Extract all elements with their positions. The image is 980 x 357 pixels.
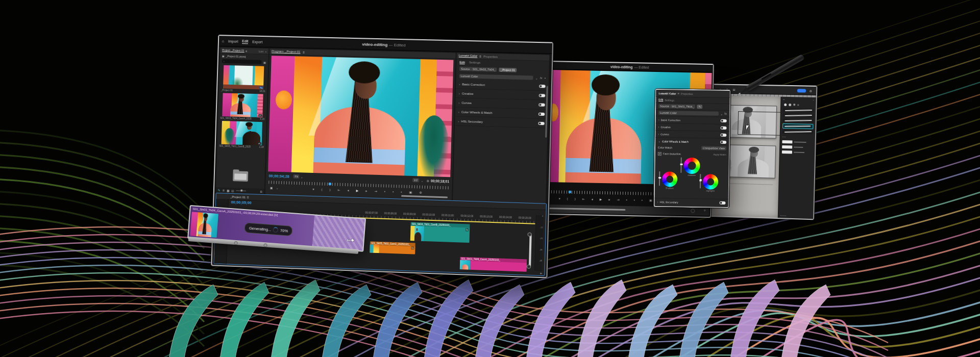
- timeline-clip-teal[interactable]: S01_Sh04_Tk01_CamB_20250103_ fx: [410, 222, 470, 243]
- brush-preset-selected[interactable]: [782, 123, 813, 129]
- add-marker-icon[interactable]: ▾: [559, 196, 560, 200]
- chevron-right-icon[interactable]: ›: [458, 110, 459, 113]
- v-scrollbar[interactable]: [529, 234, 532, 267]
- toggle-hsl-secondary[interactable]: [538, 121, 544, 124]
- zoom-fit-dropdown[interactable]: Fit: [293, 174, 300, 178]
- menu-edit[interactable]: Edit: [242, 39, 248, 44]
- midtones-slider[interactable]: [680, 158, 681, 173]
- tab-lumetri-color[interactable]: Lumetri Color: [658, 92, 676, 95]
- home-icon[interactable]: ⌂: [222, 39, 224, 43]
- playhead-marker[interactable]: [329, 183, 331, 185]
- comparison-icon[interactable]: ▣: [409, 190, 412, 194]
- zoom-slider[interactable]: [236, 190, 246, 191]
- section-color-wheels[interactable]: Color Wheels & Match: [662, 140, 719, 144]
- comparison-icon[interactable]: ▣: [649, 198, 652, 202]
- add-track-button[interactable]: +: [703, 208, 706, 213]
- subtab-settings[interactable]: Settings: [469, 61, 480, 64]
- snapshot-icon[interactable]: ▪: [545, 76, 546, 80]
- tab-project[interactable]: Project: _Project 01: [222, 48, 244, 53]
- share-button[interactable]: [797, 89, 805, 92]
- section-curves[interactable]: Curves: [660, 133, 719, 137]
- step-forward-icon[interactable]: ▸: [365, 189, 367, 192]
- scroll-handle[interactable]: [691, 209, 695, 213]
- brush-preset[interactable]: [783, 108, 814, 113]
- go-to-out-icon[interactable]: ⇥: [617, 198, 619, 201]
- add-track-button[interactable]: +: [540, 271, 542, 276]
- project-item[interactable]: Sq _Project 01 18;01: [219, 65, 268, 93]
- apply-match-button[interactable]: Apply Match: [714, 153, 726, 156]
- chevron-right-icon[interactable]: ›: [657, 200, 658, 203]
- settings-icon[interactable]: ⚙: [810, 89, 813, 92]
- settings-icon[interactable]: ⚙: [419, 191, 422, 194]
- subtab-edit[interactable]: Edit: [459, 60, 465, 64]
- project-item[interactable]: 4K S01_Sh06_Tk01_CamB_20250103_ 1;18: [217, 121, 266, 149]
- tab-overflow[interactable]: Lum: [259, 49, 264, 53]
- section-hsl-secondary[interactable]: HSL Secondary: [659, 200, 718, 205]
- chevron-down-icon[interactable]: ⌄: [658, 139, 660, 143]
- chevron-down-icon[interactable]: ⌄: [421, 178, 423, 182]
- section-creative[interactable]: Creative: [661, 125, 719, 130]
- playback-resolution-dropdown[interactable]: 1/2: [412, 178, 419, 182]
- toggle-color-wheels[interactable]: [538, 112, 545, 115]
- program-timecode[interactable]: 00;00;04;28: [269, 174, 289, 178]
- export-frame-icon[interactable]: ▪: [401, 190, 402, 193]
- lift-icon[interactable]: ▪: [626, 198, 627, 201]
- chevron-right-icon[interactable]: ›: [658, 133, 659, 136]
- wrench-icon[interactable]: ⚙: [426, 178, 429, 182]
- step-back-icon[interactable]: ◂: [592, 197, 593, 201]
- marquee-selection[interactable]: [738, 111, 781, 136]
- layer-row[interactable]: [780, 149, 815, 156]
- panel-menu-icon[interactable]: ≡: [479, 55, 481, 58]
- tab-properties[interactable]: Properties: [681, 92, 693, 95]
- chevron-down-icon[interactable]: ⌄: [720, 112, 723, 115]
- section-hsl-secondary[interactable]: HSL Secondary: [461, 119, 536, 124]
- panel-menu-icon[interactable]: ≡: [247, 195, 249, 198]
- shadows-wheel[interactable]: [662, 171, 677, 187]
- grid-view-icon[interactable]: ▦: [227, 189, 229, 192]
- toggle-creative[interactable]: [721, 126, 727, 129]
- section-basic-correction[interactable]: Basic Correction: [661, 118, 719, 122]
- shadows-slider[interactable]: [659, 171, 660, 186]
- lift-icon[interactable]: ▪: [384, 190, 385, 193]
- chevron-right-icon[interactable]: ›: [658, 118, 659, 121]
- mark-in-icon[interactable]: {: [567, 197, 568, 200]
- export-frame-icon[interactable]: ▪: [642, 198, 643, 201]
- chevron-down-icon[interactable]: ⌄: [276, 186, 278, 190]
- step-forward-icon[interactable]: ▸: [608, 197, 610, 201]
- step-back-icon[interactable]: ◂: [348, 188, 349, 192]
- panel-menu-icon[interactable]: ≡: [303, 50, 305, 54]
- toggle-creative[interactable]: [539, 94, 545, 97]
- chevron-right-icon[interactable]: ›: [459, 92, 460, 95]
- list-view-icon[interactable]: ≣: [223, 189, 225, 192]
- effect-dropdown[interactable]: Lumetri Color: [658, 111, 719, 116]
- new-bin-icon[interactable]: ▣: [263, 60, 266, 64]
- display-settings-icon[interactable]: ▣: [270, 186, 273, 189]
- menu-import[interactable]: Import: [228, 39, 238, 43]
- chevron-right-icon[interactable]: ›: [458, 119, 459, 122]
- project-file-name[interactable]: _Project 01.prproj: [226, 55, 246, 58]
- overflow-icon[interactable]: »: [265, 49, 266, 53]
- go-to-out-icon[interactable]: ⇥: [374, 189, 377, 193]
- sequence-chip[interactable]: _Project 01: [499, 68, 517, 72]
- section-basic-correction[interactable]: Basic Correction: [462, 83, 537, 88]
- play-icon[interactable]: ▶: [600, 197, 602, 201]
- tab-program[interactable]: Program: _Project 01: [272, 49, 300, 54]
- chevron-right-icon[interactable]: ›: [458, 101, 459, 104]
- toggle-color-wheels[interactable]: [720, 140, 726, 143]
- mark-in-icon[interactable]: {: [321, 188, 322, 191]
- subtab-edit[interactable]: Edit: [658, 98, 663, 101]
- timeline-clip-orange[interactable]: S01_Sh05_Tk02_CamC_20250103_ fx: [370, 241, 415, 254]
- menu-export[interactable]: Export: [252, 40, 262, 43]
- chevron-right-icon[interactable]: ›: [459, 83, 460, 86]
- tab-lumetri-color[interactable]: Lumetri Color: [459, 54, 478, 58]
- h-scrollbar[interactable]: [401, 195, 448, 198]
- timeline-timecode[interactable]: 00;00;05;00: [231, 200, 252, 205]
- brush-preset[interactable]: [782, 130, 813, 134]
- section-creative[interactable]: Creative: [462, 92, 537, 97]
- panel-menu-icon[interactable]: ≡: [677, 92, 679, 95]
- extract-icon[interactable]: ▪: [634, 198, 635, 201]
- toggle-curves[interactable]: [538, 103, 545, 106]
- source-chip[interactable]: Source · S01_Sh03_Tk04_: [658, 104, 695, 109]
- toggle-curves[interactable]: [720, 133, 726, 136]
- mark-out-icon[interactable]: }: [330, 188, 331, 191]
